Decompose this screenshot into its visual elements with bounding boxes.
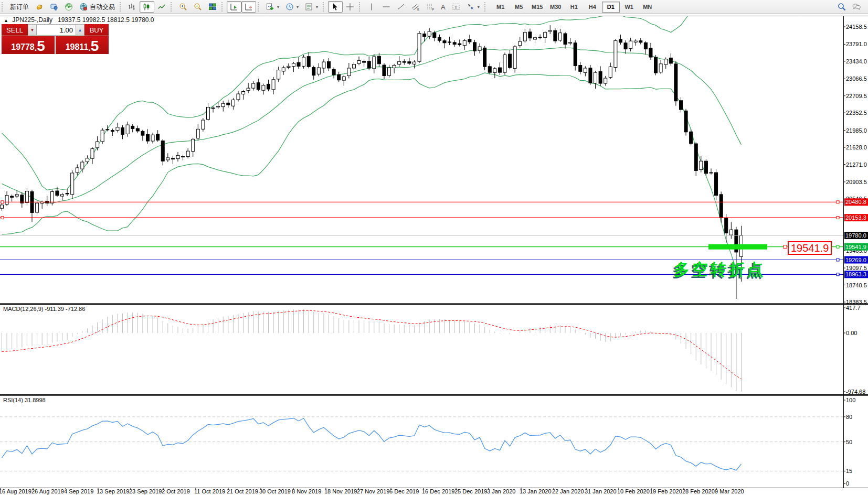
svg-text:0: 0 [846,480,849,487]
highlight-bar[interactable] [708,244,767,250]
templates-dropdown-arrow[interactable]: ▾ [316,5,318,9]
svg-text:22352.5: 22352.5 [846,110,867,116]
indicators-button[interactable]: ▾ [263,1,282,13]
sell-button[interactable]: SELL [2,24,28,36]
macd-pane [2,309,742,392]
svg-text:T: T [454,5,458,10]
horizontal-line-button[interactable] [379,1,394,13]
level-handle[interactable] [1,217,4,219]
templates-button[interactable]: ▾ [302,1,321,13]
svg-text:19097.5: 19097.5 [846,265,867,271]
bollinger-middle-band [2,48,742,203]
svg-text:9 Mar 2020: 9 Mar 2020 [715,488,744,494]
timeframe-button-d1[interactable]: D1 [602,2,620,13]
level-handle[interactable] [837,259,839,261]
level-handle[interactable] [1,201,4,203]
svg-text:20480.8: 20480.8 [845,199,866,205]
periods-dropdown-arrow[interactable]: ▾ [297,5,299,9]
big-label-handle[interactable] [784,245,787,249]
toolbar-grip [484,2,488,12]
highlighted-price-label[interactable]: 19541.9 [788,241,832,255]
volume-increase-arrow-icon: ▲ [78,28,82,33]
timeframe-button-h1[interactable]: H1 [565,2,583,13]
svg-text:18 Nov 2019: 18 Nov 2019 [324,488,357,494]
bar-chart-button[interactable] [125,1,140,13]
arrows-tool-button[interactable]: ▾ [463,1,483,13]
svg-text:80: 80 [846,414,852,420]
timeframe-button-m15[interactable]: M15 [528,2,546,13]
svg-text:18383.5: 18383.5 [846,299,867,305]
gold-nugget-button[interactable] [32,1,47,13]
price-axis[interactable]: 24158.523791.023434.023066.522709.522352… [843,24,868,487]
svg-text:25 Dec 2019: 25 Dec 2019 [454,488,487,494]
chat-icon [852,3,861,11]
toolbar-grip [258,2,261,12]
timeframe-button-m1[interactable]: M1 [492,2,510,13]
rsi-pane [0,417,843,471]
label-tool-button[interactable]: T [449,1,463,13]
sell-price-panel[interactable]: 19778.5 [2,36,55,54]
level-handle[interactable] [837,217,839,219]
svg-text:100: 100 [846,397,855,403]
buy-button-label: BUY [90,26,104,34]
line-chart-button[interactable] [154,1,169,13]
toolbar-grip [171,2,174,12]
volume-input[interactable]: 1.00 [37,24,76,36]
date-axis[interactable]: 16 Aug 201926 Aug 20194 Sep 201913 Sep 2… [0,488,744,494]
vertical-line-button[interactable] [364,1,379,13]
level-handle[interactable] [837,201,839,203]
price-badge-20480.8 [844,198,868,206]
volume-increase-button[interactable]: ▲ [76,24,84,36]
fibonacci-button[interactable]: F [423,1,438,13]
crosshair-button[interactable] [343,1,357,13]
svg-text:16 Dec 2019: 16 Dec 2019 [422,488,454,494]
svg-text:31 Jan 2020: 31 Jan 2020 [585,488,617,494]
buy-price-panel[interactable]: 19811.5 [56,36,109,54]
svg-text:8 Nov 2019: 8 Nov 2019 [292,488,321,494]
periods-button[interactable]: ▾ [282,1,302,13]
collapse-one-click-icon[interactable]: ▲ [4,18,8,23]
svg-text:23791.0: 23791.0 [846,41,867,47]
macd-histogram [2,309,742,392]
zoom-out-icon [194,3,202,11]
bar-chart-icon [128,3,136,11]
svg-text:20903.5: 20903.5 [846,179,867,185]
new-order-button[interactable]: 新订单 [7,1,32,13]
indicators-dropdown-arrow[interactable]: ▾ [277,5,279,9]
cursor-button[interactable] [328,1,343,13]
arrows-dropdown-arrow[interactable]: ▾ [478,5,480,9]
tile-windows-button[interactable] [205,1,220,13]
volume-decrease-button[interactable]: ▼ [28,24,37,36]
equidistant-channel-button[interactable]: E [408,1,423,13]
chat-button[interactable] [849,1,864,13]
autotrading-button[interactable]: 自动交易 [76,1,118,13]
level-handle[interactable] [837,245,839,248]
arrows-tool-icon [467,3,475,11]
level-handle[interactable] [837,273,839,276]
candlestick-series [1,25,743,299]
signals-button[interactable] [61,1,76,13]
search-button[interactable] [834,1,849,13]
timeframe-button-h4[interactable]: H4 [584,2,601,13]
market-depth-button[interactable] [47,1,61,13]
candlestick-chart-button[interactable] [140,1,154,13]
timeframe-button-mn[interactable]: MN [639,2,657,13]
buy-button[interactable]: BUY [84,24,109,36]
bollinger-upper-band [2,0,742,190]
svg-text:13 Sep 2019: 13 Sep 2019 [97,488,129,494]
trendline-button[interactable] [394,1,408,13]
pane-borders [0,16,868,488]
text-tool-button[interactable]: A [438,1,449,13]
auto-scroll-button[interactable] [227,1,241,13]
main-toolbar: 新订单 自动交易 ▾ ▾ [0,0,868,14]
chart-shift-button[interactable] [241,1,256,13]
timeframe-button-w1[interactable]: W1 [620,2,638,13]
timeframe-button-m30[interactable]: M30 [547,2,565,13]
svg-text:22 Jan 2020: 22 Jan 2020 [552,488,584,494]
turning-point-annotation[interactable]: 多空转折点 [674,259,766,281]
zoom-in-button[interactable] [176,1,190,13]
svg-text:22709.5: 22709.5 [846,93,867,99]
timeframe-button-m5[interactable]: M5 [510,2,528,13]
zoom-out-button[interactable] [190,1,205,13]
tile-windows-icon [208,3,217,11]
